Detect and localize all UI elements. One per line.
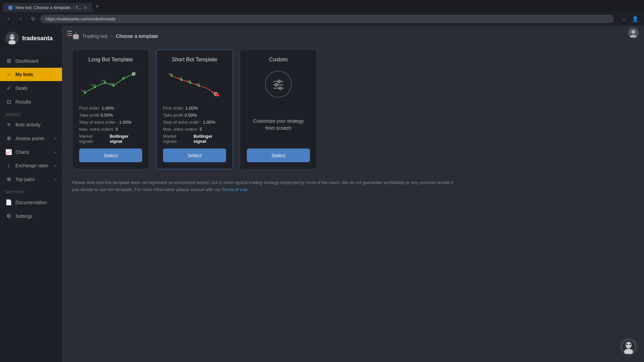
tab-favicon	[8, 5, 13, 10]
stat-value: 5	[200, 127, 202, 132]
stat-label: Take profit	[163, 113, 183, 118]
reload-button[interactable]: ↻	[28, 14, 38, 23]
stat-value: 0.50%	[184, 113, 197, 118]
plus-icon: +	[54, 149, 57, 155]
dashboard-icon: ⊞	[5, 58, 12, 64]
stat-label: Max. extra orders:	[163, 127, 198, 132]
stat-value: 0.50%	[101, 113, 113, 118]
deals-icon: ✓	[5, 85, 12, 91]
long-bot-card: Long Bot Template buy buy	[72, 50, 149, 169]
sidebar-item-charts[interactable]: 📈 Charts +	[0, 145, 62, 159]
sidebar: tradesanta ⊞ Dashboard ○ My bots ✓ Deals…	[0, 25, 62, 362]
long-bot-stats: First order: 1.00% Take profit 0.50% Ste…	[79, 106, 142, 144]
plus-icon: +	[54, 177, 57, 182]
svg-text:buy: buy	[102, 79, 106, 82]
short-bot-card: Short Bot Template sell	[156, 50, 233, 169]
support-section-label: SUPPORT	[0, 186, 62, 195]
documentation-icon: 📄	[5, 199, 12, 205]
exchange-rates-icon: ↕	[5, 163, 12, 169]
svg-text:sell: sell	[178, 77, 182, 80]
stat-max-extra: Max. extra orders: 5	[79, 127, 142, 132]
sidebar-item-label: Dashboard	[15, 58, 39, 64]
long-bot-title: Long Bot Template	[79, 57, 142, 63]
my-bots-icon: ○	[5, 71, 12, 77]
sidebar-item-top-pairs[interactable]: ⊕ Top pairs +	[0, 172, 62, 186]
sidebar-item-access-points[interactable]: ⊕ Access points +	[0, 131, 62, 145]
stat-label: Step of extra order :	[163, 120, 202, 125]
sidebar-item-label: Top pairs	[15, 177, 35, 182]
stat-label: Market signals:	[163, 134, 192, 144]
svg-point-3	[10, 36, 12, 37]
sidebar-item-documentation[interactable]: 📄 Documentation	[0, 195, 62, 209]
stat-value: 1.00%	[102, 106, 114, 111]
short-bot-select-button[interactable]: Select	[163, 148, 226, 162]
svg-point-4	[13, 36, 14, 37]
disclaimer: Please note that this template does not …	[62, 173, 465, 200]
forward-button[interactable]: ›	[16, 14, 25, 23]
long-bot-select-button[interactable]: Select	[79, 148, 142, 162]
sidebar-item-label: Deals	[15, 85, 28, 91]
sidebar-item-deals[interactable]: ✓ Deals	[0, 81, 62, 95]
stat-value-bold: Bollinger signal	[194, 134, 226, 144]
bots-activity-icon: ≡	[5, 122, 12, 128]
stat-first-order: First order: 1.00%	[79, 106, 142, 111]
sidebar-item-settings[interactable]: ⚙ Settings	[0, 209, 62, 223]
svg-text:sell: sell	[132, 71, 136, 74]
stat-label: Take profit	[79, 113, 99, 118]
stat-take-profit: Take profit 0.50%	[79, 113, 142, 118]
stat-take-profit: Take profit 0.50%	[163, 113, 226, 118]
stat-max-extra: Max. extra orders: 5	[163, 127, 226, 132]
breadcrumb-separator: >	[110, 33, 113, 39]
results-icon: ⊡	[5, 99, 12, 105]
user-avatar[interactable]	[628, 27, 639, 38]
charts-icon: 📈	[5, 149, 12, 155]
long-bot-chart: buy buy buy buy sell	[79, 67, 142, 101]
stat-label: Market signals:	[79, 134, 108, 144]
template-cards-container: Long Bot Template buy buy	[62, 46, 644, 173]
stat-market-signals: Market signals: Bollinger signal	[163, 134, 226, 144]
back-button[interactable]: ‹	[4, 14, 13, 23]
custom-select-button[interactable]: Select	[247, 148, 310, 162]
logo-avatar	[5, 32, 19, 45]
sidebar-item-dashboard[interactable]: ⊞ Dashboard	[0, 54, 62, 68]
sidebar-item-label: Documentation	[15, 200, 47, 205]
bookmark-button[interactable]: ☆	[619, 14, 629, 23]
market-section-label: MARKET	[0, 109, 62, 118]
sidebar-item-label: Access points	[15, 136, 44, 141]
sidebar-item-bots-activity[interactable]: ≡ Bots activity	[0, 118, 62, 131]
svg-text:buy: buy	[212, 91, 216, 94]
svg-text:buy: buy	[110, 82, 114, 85]
sidebar-item-my-bots[interactable]: ○ My bots	[0, 68, 62, 81]
sidebar-logo: tradesanta	[0, 25, 62, 51]
svg-text:buy: buy	[82, 89, 86, 92]
stat-label: Max. extra orders:	[79, 127, 114, 132]
main-content: ☰ 🤖 Trading bot > Choose a template Long…	[62, 25, 644, 362]
terms-of-use-link[interactable]: Terms of Use	[222, 187, 248, 192]
stat-label: First order:	[163, 106, 184, 111]
sidebar-item-results[interactable]: ⊡ Results	[0, 95, 62, 109]
sidebar-item-exchange-rates[interactable]: ↕ Exchange rates +	[0, 159, 62, 172]
browser-tab[interactable]: New bot: Choose a template. - T... ✕	[3, 3, 93, 12]
stat-value: 1.00%	[185, 106, 198, 111]
close-tab-button[interactable]: ✕	[84, 5, 87, 10]
new-tab-button[interactable]: +	[93, 2, 102, 11]
stat-market-signals: Market signals: Bollinger signal	[79, 134, 142, 144]
account-button[interactable]: 👤	[631, 14, 640, 23]
breadcrumb-link[interactable]: Trading bot	[82, 33, 107, 39]
svg-point-36	[626, 342, 632, 349]
short-bot-stats: First order: 1.00% Take profit 0.50% Ste…	[163, 106, 226, 144]
breadcrumb: 🤖 Trading bot > Choose a template	[62, 25, 644, 46]
access-points-icon: ⊕	[5, 135, 12, 141]
browser-tab-bar: New bot: Choose a template. - T... ✕ +	[0, 0, 644, 12]
menu-toggle-button[interactable]: ☰	[65, 27, 75, 40]
svg-point-6	[630, 35, 637, 38]
address-bar[interactable]	[40, 15, 614, 23]
short-bot-title: Short Bot Template	[163, 57, 226, 63]
chat-bot-button[interactable]	[620, 338, 637, 355]
stat-value: 1.00%	[119, 120, 131, 125]
sidebar-item-label: Results	[15, 99, 31, 105]
settings-icon: ⚙	[5, 213, 12, 219]
stat-value: 1.00%	[203, 120, 215, 125]
sidebar-item-label: Settings	[15, 214, 33, 219]
sidebar-item-label: Charts	[15, 149, 29, 155]
